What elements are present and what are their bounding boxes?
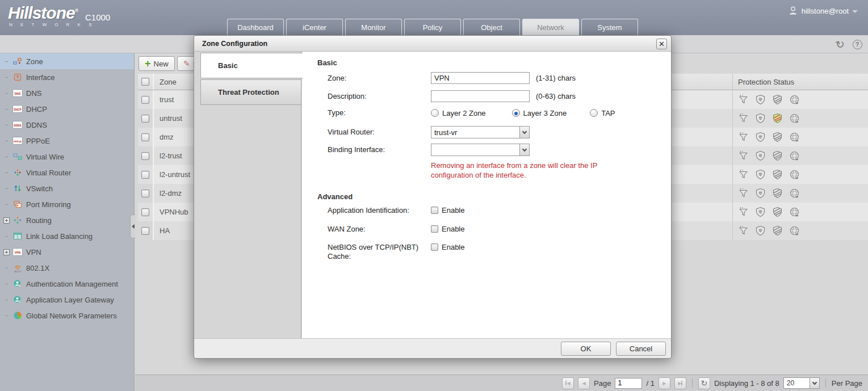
expand-icon[interactable] (3, 217, 10, 224)
sidebar-item-link-load-balancing[interactable]: Link Load Balancing (0, 228, 134, 244)
select-all-checkbox[interactable] (141, 78, 149, 86)
first-page-button[interactable]: ◀ (562, 377, 574, 389)
row-checkbox[interactable] (141, 190, 149, 197)
row-checkbox[interactable] (141, 171, 149, 179)
chevron-down-icon (810, 378, 819, 388)
radio-icon[interactable] (590, 109, 598, 117)
zone-configuration-dialog: Zone Configuration ✕ BasicThreat Protect… (194, 35, 672, 359)
type-radio-layer-3-zone[interactable]: Layer 3 Zone (512, 109, 567, 117)
zone-icon (12, 57, 23, 66)
routing-icon (12, 216, 23, 225)
antivirus-shield-icon (755, 113, 766, 124)
sidebar-item-authentication-management[interactable]: Authentication Management (0, 276, 134, 292)
row-checkbox[interactable] (141, 208, 149, 216)
app-globe-icon (789, 188, 800, 199)
per-page-select[interactable]: 20 (783, 377, 820, 389)
zone-name-input[interactable] (431, 72, 530, 84)
sidebar-item-global-network-parameters[interactable]: Global Network Parameters (0, 308, 134, 323)
nav-tab-object[interactable]: Object (463, 19, 520, 35)
binding-interface-label: Binding Interface: (328, 145, 431, 154)
tree-stub (5, 125, 8, 125)
nav-tab-dashboard[interactable]: Dashboard (227, 19, 284, 35)
enable-checkbox[interactable] (431, 207, 438, 214)
table-refresh-button[interactable]: ↻ (698, 377, 710, 389)
type-radio-tap[interactable]: TAP (590, 109, 615, 117)
close-icon[interactable]: ✕ (656, 39, 667, 49)
nav-tab-policy[interactable]: Policy (404, 19, 461, 35)
expand-icon[interactable] (3, 249, 10, 255)
nav-tab-system[interactable]: System (581, 19, 638, 35)
row-checkbox[interactable] (141, 133, 149, 141)
new-button[interactable]: + New (139, 56, 175, 71)
enable-checkbox[interactable] (431, 225, 438, 233)
sidebar-item-pppoe[interactable]: PPPoEPPPoE (0, 133, 134, 149)
displaying-text: Displaying 1 - 8 of 8 (714, 379, 779, 388)
description-input[interactable] (431, 90, 530, 102)
sidebar-item-application-layer-gateway[interactable]: Application Layer Gateway (0, 292, 134, 308)
prev-page-button[interactable]: ◀ (578, 377, 590, 389)
alg-icon (12, 295, 23, 304)
antivirus-shield-icon (755, 150, 766, 161)
help-icon[interactable]: ? (851, 38, 863, 51)
advanced-row: NetBIOS over TCP/IP(NBT) Cache:Enable (328, 243, 464, 261)
ok-button[interactable]: OK (561, 342, 611, 356)
dhcp-icon: DHCP (12, 104, 23, 113)
tree-stub (5, 236, 8, 237)
sidebar-item-virtual-router[interactable]: Virtual Router (0, 165, 134, 180)
device-model: C1000 (85, 12, 110, 22)
sidebar-item-interface[interactable]: Interface (0, 69, 134, 85)
nav-tab-monitor[interactable]: Monitor (345, 19, 402, 35)
tree-stub (5, 300, 8, 300)
svg-text:DNS: DNS (15, 92, 21, 95)
sidebar-item-routing[interactable]: Routing (0, 212, 134, 228)
binding-interface-select[interactable] (431, 144, 530, 156)
antivirus-shield-icon (755, 225, 766, 236)
description-field-hint: (0-63) chars (536, 92, 576, 100)
tree-stub (5, 61, 8, 62)
radio-icon[interactable] (512, 109, 520, 117)
app-globe-icon (789, 150, 800, 161)
sidebar-collapse-handle[interactable] (130, 215, 135, 238)
dialog-tab-threat-protection[interactable]: Threat Protection (200, 79, 301, 105)
advanced-field-label: NetBIOS over TCP/IP(NBT) Cache: (328, 243, 431, 261)
user-name: hillstone@root (802, 7, 849, 15)
sidebar-item-virtual-wire[interactable]: Virtual Wire (0, 149, 134, 165)
nav-tab-icenter[interactable]: iCenter (286, 19, 343, 35)
sidebar-item-dhcp[interactable]: DHCPDHCP (0, 101, 134, 117)
enable-checkbox[interactable] (431, 243, 438, 251)
interface-icon (12, 73, 23, 82)
plus-icon: + (145, 58, 151, 69)
filter-icon (738, 169, 749, 180)
last-page-button[interactable]: ▶ (674, 377, 686, 389)
vpn-icon: VPN (12, 247, 23, 257)
cancel-button[interactable]: Cancel (616, 342, 666, 356)
row-checkbox[interactable] (141, 96, 149, 104)
row-checkbox[interactable] (141, 115, 149, 123)
filter-icon (738, 207, 749, 217)
nav-tab-network[interactable]: Network (522, 19, 579, 35)
sidebar-item-zone[interactable]: Zone (0, 53, 134, 69)
next-page-button[interactable]: ▶ (659, 377, 670, 389)
protection-status-cell (732, 109, 868, 128)
sidebar-item-dns[interactable]: DNSDNS (0, 85, 134, 101)
sidebar-item-802-1x[interactable]: 802.1X802.1X (0, 260, 134, 276)
tree-stub (5, 109, 8, 110)
radio-icon[interactable] (431, 109, 439, 117)
sidebar-item-ddns[interactable]: DDNSDDNS (0, 117, 134, 133)
row-checkbox[interactable] (141, 227, 149, 235)
page-number-input[interactable] (615, 378, 642, 389)
sidebar-item-vpn[interactable]: VPNVPN (0, 244, 134, 260)
row-checkbox[interactable] (141, 152, 149, 160)
type-radio-layer-2-zone[interactable]: Layer 2 Zone (431, 109, 486, 117)
user-menu[interactable]: hillstone@root (788, 6, 858, 16)
dialog-tab-basic[interactable]: Basic (200, 53, 303, 78)
sidebar-item-vswitch[interactable]: VSwitch (0, 180, 134, 196)
protection-status-column-header[interactable]: Protection Status (732, 74, 868, 90)
dialog-title: Zone Configuration (194, 36, 671, 52)
zone-field-hint: (1-31) chars (536, 74, 576, 82)
refresh-icon[interactable]: ↻ (834, 38, 846, 51)
gnp-icon (12, 311, 23, 320)
virtual-router-select[interactable]: trust-vr (431, 126, 530, 138)
app-header: Hillstone® N E T W O R K S C1000 Dashboa… (0, 0, 868, 35)
sidebar-item-port-mirroring[interactable]: Port Mirroring (0, 196, 134, 212)
